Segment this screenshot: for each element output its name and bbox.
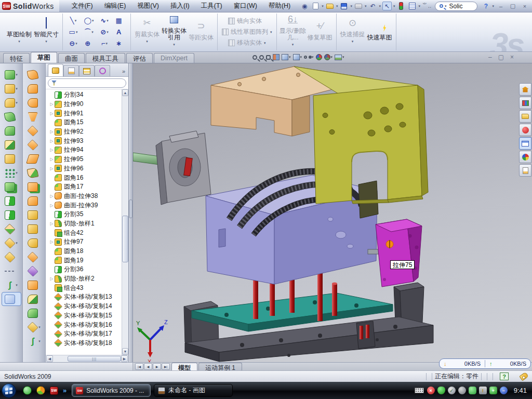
tree-item[interactable]: ▷ 曲面-拉伸39 bbox=[49, 201, 122, 210]
expand-icon[interactable]: ▷ bbox=[49, 157, 55, 162]
rapid-sketch-button[interactable]: 快速草图 bbox=[366, 15, 393, 50]
close-button[interactable]: × bbox=[520, 2, 530, 10]
solidworks-launcher-icon[interactable]: SW bbox=[50, 387, 58, 395]
tree-filter-input[interactable] bbox=[48, 78, 126, 88]
tray-icon[interactable] bbox=[458, 387, 466, 394]
horizontal-scroll-thumb[interactable]: ||| bbox=[68, 356, 121, 362]
save-button[interactable] bbox=[339, 2, 349, 10]
surface-tool-button[interactable]: ▾ bbox=[24, 250, 44, 264]
menu-item[interactable]: 视图(V) bbox=[132, 0, 164, 12]
panel-chevron-icon[interactable]: » bbox=[122, 68, 127, 76]
tree-item[interactable]: ▷ 拉伸95 bbox=[49, 155, 122, 164]
input-method-icon[interactable] bbox=[415, 388, 424, 393]
tag-icon[interactable] bbox=[519, 372, 529, 381]
document-tab[interactable]: 模型 bbox=[171, 363, 197, 370]
surface-tool-button[interactable]: ▾ bbox=[24, 152, 44, 166]
doc-restore-button[interactable]: ▢ bbox=[498, 54, 504, 61]
sketch-entity-button[interactable]: ⌐▾ bbox=[97, 39, 112, 47]
sketch-entity-button[interactable]: ∗▾ bbox=[112, 39, 128, 47]
vertical-scroll-thumb[interactable] bbox=[122, 216, 128, 262]
sketch-tool-button[interactable]: 移动实体▾ bbox=[227, 38, 268, 48]
search-box[interactable]: ▾ bbox=[435, 2, 478, 11]
tree-item[interactable]: ▷ 实体-移动/复制15 bbox=[49, 311, 122, 321]
surface-tool-button[interactable]: ▾ bbox=[24, 278, 44, 292]
surface-tool-button[interactable]: ▾ bbox=[24, 138, 44, 152]
tab-configuration-manager[interactable] bbox=[79, 65, 95, 76]
sketch-entity-button[interactable]: ⊘▾ bbox=[97, 28, 112, 36]
expand-icon[interactable]: ▷ bbox=[49, 276, 55, 281]
options-button[interactable] bbox=[407, 2, 417, 10]
quick-launch-chevron-icon[interactable]: » bbox=[63, 387, 66, 394]
surface-tool-button[interactable]: ▾ bbox=[24, 82, 44, 96]
ribbon-tab[interactable]: 草图 bbox=[31, 52, 57, 63]
display-style-button[interactable]: ▾ bbox=[293, 54, 302, 60]
view-orientation-button[interactable]: ▾ bbox=[282, 54, 291, 60]
feature-tool-button[interactable]: ▾ bbox=[2, 82, 21, 96]
slide-insert-block[interactable] bbox=[376, 219, 422, 287]
feature-tool-button[interactable]: ▾ bbox=[2, 208, 21, 222]
hide-show-items-button[interactable]: ▾ bbox=[304, 55, 314, 59]
tray-icon[interactable] bbox=[437, 387, 445, 394]
tree-item[interactable]: ▷ 圆角19 bbox=[49, 256, 122, 265]
tray-icon[interactable]: + bbox=[489, 387, 497, 394]
toolbox-button[interactable] bbox=[519, 124, 531, 136]
tree-item[interactable]: ▷ 实体-移动/复制13 bbox=[49, 292, 122, 302]
sketch-entity-button[interactable]: ▦▾ bbox=[112, 17, 128, 24]
tree-vertical-scrollbar[interactable]: ▲ ▼ bbox=[122, 89, 128, 355]
sketch-entity-button[interactable]: ▭▾ bbox=[65, 28, 81, 36]
file-explorer-button[interactable] bbox=[519, 110, 531, 123]
feature-tool-button[interactable]: ▾ bbox=[2, 96, 21, 110]
tree-item[interactable]: ▷ 实体-移动/复制16 bbox=[49, 320, 122, 329]
sketch-entity-button[interactable]: ⊖▾ bbox=[65, 39, 81, 47]
surface-tool-button[interactable]: ▾ bbox=[24, 320, 44, 334]
sketch-entity-button[interactable]: ╲▾ bbox=[65, 17, 81, 24]
sketch-button[interactable]: 草图绘制 ▾ bbox=[6, 15, 33, 50]
ribbon-tab[interactable]: 评估 bbox=[126, 53, 153, 63]
convert-entities-button[interactable]: 转换实体引用 ▾ bbox=[161, 15, 188, 50]
task-button[interactable]: 未命名 - 画图 bbox=[154, 384, 233, 397]
mold-assembly-model[interactable]: Y Z X bbox=[133, 63, 532, 362]
start-button[interactable] bbox=[0, 382, 18, 399]
apply-scene-button[interactable]: ▾ bbox=[324, 54, 333, 60]
menu-item[interactable]: 帮助(H) bbox=[263, 0, 296, 12]
minimize-button[interactable]: – bbox=[496, 2, 506, 10]
select-button[interactable]: ↖ bbox=[382, 2, 392, 10]
scroll-left-icon[interactable]: ◀ bbox=[46, 355, 53, 362]
view-settings-button[interactable]: ▾ bbox=[335, 55, 344, 60]
feature-tool-button[interactable]: ▾ bbox=[2, 152, 21, 166]
expand-icon[interactable]: ▷ bbox=[49, 139, 55, 143]
help-button[interactable]: ? bbox=[481, 2, 490, 10]
graphics-area[interactable]: Y Z X bbox=[133, 63, 532, 362]
rebuild-traffic-icon[interactable] bbox=[396, 2, 406, 10]
menu-item[interactable]: 编辑(E) bbox=[99, 0, 131, 12]
feature-tool-button[interactable]: ▾ bbox=[2, 68, 21, 82]
solidworks-resources-button[interactable] bbox=[519, 83, 531, 96]
feature-tool-button[interactable]: ▾ bbox=[2, 110, 21, 124]
tree-item[interactable]: ▷ 切除-放样1 bbox=[49, 219, 122, 229]
tree-item[interactable]: ▷ 组合43 bbox=[49, 283, 122, 292]
surface-tool-button[interactable]: ▾ bbox=[24, 264, 44, 278]
custom-properties-button[interactable] bbox=[519, 164, 531, 177]
restore-button[interactable]: ▢ bbox=[508, 2, 518, 10]
tree-item[interactable]: ▷ 实体-移动/复制14 bbox=[49, 302, 122, 311]
tree-item[interactable]: ▷ 分割34 bbox=[49, 90, 122, 100]
feature-tool-button[interactable]: ▾ bbox=[2, 180, 21, 194]
feature-tool-button[interactable]: ▾ bbox=[2, 292, 21, 306]
tree-item[interactable]: ▷ 组合42 bbox=[49, 228, 122, 237]
menu-item[interactable]: 窗口(W) bbox=[229, 0, 262, 12]
ejector-block[interactable] bbox=[356, 321, 375, 349]
appearances-button[interactable] bbox=[519, 151, 531, 163]
tray-icon[interactable]: × bbox=[427, 387, 435, 394]
expand-icon[interactable]: ▷ bbox=[49, 240, 55, 244]
tree-item[interactable]: ▷ 拉伸93 bbox=[49, 136, 122, 145]
menu-item[interactable]: 插入(I) bbox=[165, 0, 195, 12]
task-button[interactable]: SWSolidWorks 2009 - ... bbox=[72, 384, 151, 397]
messenger-icon[interactable] bbox=[23, 386, 32, 395]
surface-tool-button[interactable]: ▾ bbox=[24, 306, 44, 320]
tree-item[interactable]: ▷ 切除-放样2 bbox=[49, 274, 122, 284]
ribbon-tab[interactable]: 模具工具 bbox=[86, 53, 125, 63]
feature-tool-button[interactable]: ▾ bbox=[2, 124, 21, 138]
tab-nav-button[interactable]: ▶ bbox=[153, 363, 161, 370]
feature-tool-button[interactable]: ∫▾ bbox=[2, 278, 21, 292]
tree-item[interactable]: ▷ 实体-移动/复制18 bbox=[49, 339, 122, 348]
